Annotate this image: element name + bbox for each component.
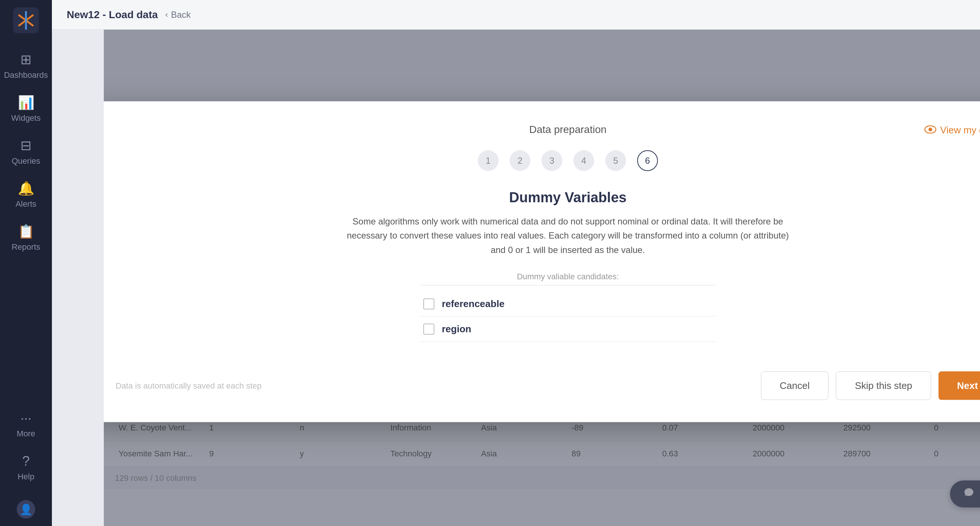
queries-icon: ⊟ — [21, 138, 32, 153]
modal-header: Data preparation View my data ✕ — [116, 124, 980, 135]
svg-point-5 — [929, 128, 932, 132]
main-content: New12 - Load data ‹ Back W. E. Coyote Ve… — [52, 0, 980, 526]
sidebar: ⊞ Dashboards 📊 Widgets ⊟ Queries 🔔 Alert… — [0, 0, 52, 526]
user-avatar-section[interactable]: 👤 — [0, 493, 52, 526]
section-description: Some algorithms only work with numerical… — [345, 215, 790, 257]
step-1[interactable]: 1 — [478, 150, 498, 171]
chevron-left-icon: ‹ — [165, 10, 168, 20]
modal-footer: Data is automatically saved at each step… — [116, 364, 980, 400]
region-label: region — [442, 323, 471, 335]
dashboards-icon: ⊞ — [21, 52, 32, 67]
sidebar-item-more[interactable]: ··· More — [0, 403, 52, 446]
step-5[interactable]: 5 — [605, 150, 626, 171]
step-2[interactable]: 2 — [510, 150, 530, 171]
candidate-item-region[interactable]: region — [420, 317, 716, 342]
modal-title: Data preparation — [529, 124, 607, 135]
footer-buttons: Cancel Skip this step Next Step — [761, 372, 980, 400]
next-step-button[interactable]: Next Step — [939, 372, 980, 400]
sidebar-item-label: Help — [18, 472, 34, 482]
section-title: Dummy Variables — [116, 190, 980, 206]
sidebar-item-help[interactable]: ? Help — [0, 446, 52, 489]
topbar: New12 - Load data ‹ Back — [52, 0, 980, 30]
sidebar-item-label: Reports — [11, 242, 40, 252]
sidebar-item-queries[interactable]: ⊟ Queries — [0, 130, 52, 173]
eye-icon — [924, 124, 936, 136]
sidebar-item-reports[interactable]: 📋 Reports — [0, 216, 52, 259]
table-area: W. E. Coyote Vent... 1 n Information Asi… — [104, 30, 980, 526]
sidebar-item-label: Widgets — [11, 113, 40, 123]
step-4[interactable]: 4 — [573, 150, 594, 171]
page-title: New12 - Load data — [67, 9, 158, 21]
skip-step-button[interactable]: Skip this step — [836, 372, 931, 400]
more-icon: ··· — [21, 410, 32, 426]
sidebar-item-label: Queries — [11, 156, 40, 166]
sidebar-item-label: Dashboards — [4, 70, 48, 80]
back-label: Back — [171, 10, 191, 20]
logo[interactable] — [13, 7, 39, 33]
sidebar-item-dashboards[interactable]: ⊞ Dashboards — [0, 44, 52, 87]
step-6[interactable]: 6 — [637, 150, 658, 171]
view-my-data-label: View my data — [940, 124, 980, 135]
region-checkbox[interactable] — [423, 323, 434, 334]
step-3[interactable]: 3 — [541, 150, 562, 171]
step-indicators: 1 2 3 4 5 6 — [116, 150, 980, 171]
cancel-button[interactable]: Cancel — [761, 372, 829, 400]
candidates-section: Dummy valiable candidates: referenceable… — [420, 272, 716, 342]
candidates-label: Dummy valiable candidates: — [420, 272, 716, 286]
avatar[interactable]: 👤 — [17, 500, 35, 519]
candidate-item-referenceable[interactable]: referenceable — [420, 291, 716, 317]
referenceable-label: referenceable — [442, 298, 504, 310]
reports-icon: 📋 — [18, 224, 35, 239]
widgets-icon: 📊 — [18, 95, 35, 110]
data-preparation-modal: Data preparation View my data ✕ 1 2 3 — [104, 102, 980, 422]
sidebar-item-label: More — [17, 429, 35, 439]
sidebar-item-alerts[interactable]: 🔔 Alerts — [0, 173, 52, 216]
help-icon: ? — [22, 453, 30, 469]
referenceable-checkbox[interactable] — [423, 298, 434, 309]
autosave-note: Data is automatically saved at each step — [116, 381, 262, 391]
back-button[interactable]: ‹ Back — [165, 10, 191, 20]
view-my-data-button[interactable]: View my data — [924, 124, 980, 136]
avatar-icon: 👤 — [20, 504, 33, 516]
sidebar-item-widgets[interactable]: 📊 Widgets — [0, 87, 52, 130]
alerts-icon: 🔔 — [18, 181, 35, 196]
sidebar-item-label: Alerts — [16, 199, 36, 209]
